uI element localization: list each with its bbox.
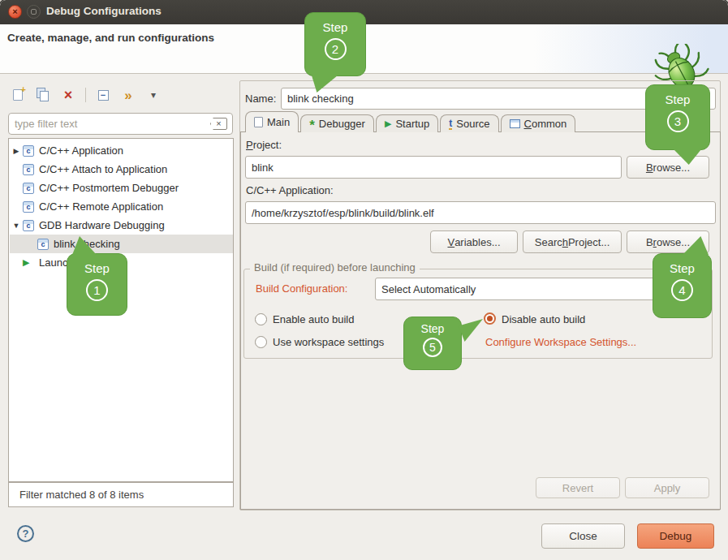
c-application-icon: c xyxy=(37,239,49,250)
step-number: 3 xyxy=(667,110,689,132)
apply-button[interactable]: Apply xyxy=(625,477,709,498)
radio-enable-auto-build[interactable] xyxy=(255,313,267,325)
collapse-all-button[interactable]: − xyxy=(95,87,111,103)
c-application-icon: c xyxy=(23,145,34,157)
revert-button[interactable]: Revert xyxy=(536,477,620,498)
c-application-icon: c xyxy=(23,220,34,231)
step-4-balloon: Step 4 xyxy=(653,253,712,318)
tree-item-gdb-hardware[interactable]: ▼ c GDB Hardware Debugging xyxy=(10,216,233,235)
step-number: 2 xyxy=(325,38,347,60)
radio-disable-auto-build[interactable] xyxy=(484,312,496,325)
filter-field: × xyxy=(8,113,233,135)
step-number: 1 xyxy=(86,279,108,301)
duplicate-configuration-button[interactable] xyxy=(35,87,51,103)
collapse-all-icon: − xyxy=(98,90,109,101)
debug-button[interactable]: Debug xyxy=(637,523,714,549)
project-input[interactable] xyxy=(245,156,622,179)
tab-debugger[interactable]: * Debugger xyxy=(300,114,374,132)
launch-group-icon: ▶ xyxy=(23,258,34,267)
step-number: 4 xyxy=(671,279,693,301)
play-icon: ▶ xyxy=(385,119,391,128)
toolbar-separator xyxy=(85,88,86,102)
tab-main[interactable]: Main xyxy=(245,111,299,132)
enable-auto-build-label[interactable]: Enable auto build xyxy=(273,313,354,325)
toolbar-menu-button[interactable]: ▾ xyxy=(145,87,162,103)
tree-item-remote[interactable]: c C/C++ Remote Application xyxy=(10,197,233,216)
clear-filter-icon[interactable]: × xyxy=(210,118,227,130)
variables-button[interactable]: Variables... xyxy=(430,230,518,253)
window-close-button[interactable]: × xyxy=(8,5,22,19)
tree-item-attach[interactable]: c C/C++ Attach to Application xyxy=(10,160,233,179)
table-icon xyxy=(510,119,520,128)
c-application-icon: c xyxy=(23,183,34,194)
build-configuration-label: Build Configuration: xyxy=(256,282,347,295)
step-1-balloon: Step 1 xyxy=(67,253,127,316)
step-3-balloon: Step 3 xyxy=(645,84,710,150)
debug-configurations-dialog: × Debug Configurations Create, manage, a… xyxy=(0,0,728,560)
name-label: Name: xyxy=(245,93,276,105)
delete-configuration-button[interactable]: × xyxy=(60,87,76,103)
close-button[interactable]: Close xyxy=(541,523,625,549)
step-5-balloon: Step 5 xyxy=(403,317,462,370)
new-configuration-button[interactable]: + xyxy=(10,87,26,103)
application-input[interactable] xyxy=(245,201,716,224)
header-title: Create, manage, and run configurations xyxy=(7,32,214,44)
build-group-title: Build (if required) before launching xyxy=(250,261,420,274)
application-label: C/C++ Application: xyxy=(246,184,334,196)
chevron-down-icon: ▾ xyxy=(151,89,156,101)
tree-item-blink-checking[interactable]: c blink checking xyxy=(10,235,233,253)
configure-workspace-settings-link[interactable]: Configure Workspace Settings... xyxy=(485,336,636,348)
filter-icon: » xyxy=(124,88,131,102)
tab-bar: Main * Debugger ▶ Startup t Source Commo… xyxy=(245,111,577,132)
tab-source[interactable]: t Source xyxy=(440,114,498,132)
use-workspace-settings-label[interactable]: Use workspace settings xyxy=(273,336,384,348)
source-icon: t xyxy=(449,118,452,130)
expanded-arrow-icon[interactable]: ▼ xyxy=(10,222,23,230)
c-application-icon: c xyxy=(23,201,34,213)
tab-common[interactable]: Common xyxy=(501,114,576,132)
window-title: Debug Configurations xyxy=(46,5,162,17)
radio-use-workspace-settings[interactable] xyxy=(255,336,267,348)
disable-auto-build-label[interactable]: Disable auto build xyxy=(502,313,585,325)
filter-input[interactable] xyxy=(15,115,205,132)
filter-status: Filter matched 8 of 8 items xyxy=(8,482,234,507)
window-maximize-button[interactable] xyxy=(27,5,41,19)
browse-project-button[interactable]: Browse... xyxy=(627,156,709,179)
collapsed-arrow-icon[interactable]: ▶ xyxy=(10,147,23,155)
filter-launch-configurations-button[interactable]: » xyxy=(120,87,136,103)
delete-icon: × xyxy=(64,88,73,102)
c-application-icon: c xyxy=(23,164,34,175)
search-project-button[interactable]: Search Project... xyxy=(523,230,622,253)
project-label: Project: xyxy=(246,139,282,151)
tree-item-postmortem[interactable]: c C/C++ Postmortem Debugger xyxy=(10,179,233,197)
tree-item-capp[interactable]: ▶ c C/C++ Application xyxy=(10,141,233,160)
step-2-balloon: Step 2 xyxy=(304,12,366,76)
tab-startup[interactable]: ▶ Startup xyxy=(376,114,438,132)
debugger-bug-icon: * xyxy=(309,123,315,130)
page-icon xyxy=(254,117,263,127)
maximize-icon xyxy=(31,9,37,15)
step-number: 5 xyxy=(423,338,442,357)
configurations-toolbar: + × − » ▾ xyxy=(10,84,162,106)
help-button[interactable]: ? xyxy=(17,525,34,542)
new-configuration-icon: + xyxy=(13,89,23,101)
